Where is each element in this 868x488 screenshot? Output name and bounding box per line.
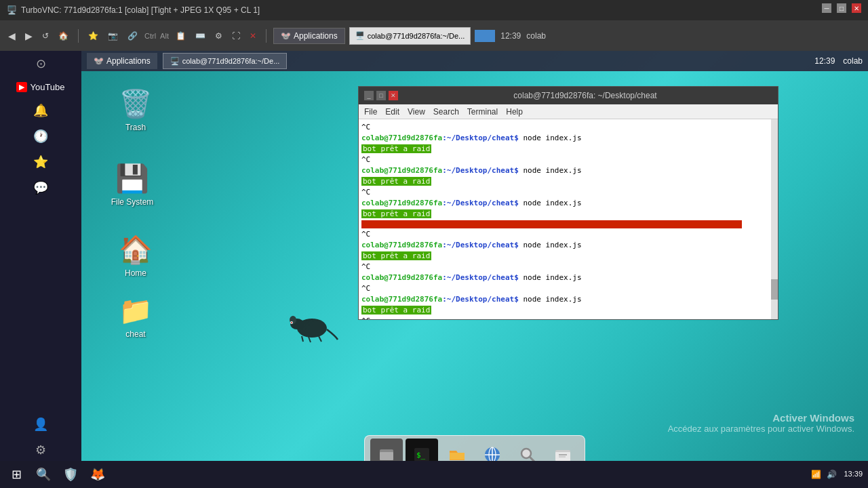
filesystem-icon[interactable]: 💾 File System xyxy=(105,163,159,207)
terminal-taskbar-icon: 🖥️ xyxy=(170,57,180,66)
menu-file[interactable]: File xyxy=(364,107,377,117)
app-menu-mouse-icon: 🐭 xyxy=(94,56,104,66)
sidebar-history-icon[interactable]: 🕐 xyxy=(33,129,48,144)
settings-toolbar-button[interactable]: ⚙ xyxy=(212,30,225,42)
close-button[interactable]: ✕ xyxy=(852,3,861,13)
terminal-address-tab[interactable]: 🖥️ colab@771d9d2876fa:~/De... xyxy=(349,27,471,45)
rat-mascot xyxy=(285,302,339,352)
windows-start-button[interactable]: ⊞ xyxy=(5,464,27,485)
sidebar-chat-icon[interactable]: 💬 xyxy=(33,180,48,195)
term-line-5: colab@771d9d2876fa:~/Desktop/cheat$ node… xyxy=(361,165,775,176)
terminal-titlebar: _ □ ✕ colab@771d9d2876fa: ~/Desktop/chea… xyxy=(359,87,778,104)
desktop-time: 12:39 xyxy=(814,56,835,66)
keyboard-button[interactable]: ⌨️ xyxy=(193,30,208,42)
cheat-image: 📁 xyxy=(119,295,153,327)
alt-label: Alt xyxy=(160,32,169,40)
term-line-1: ^C xyxy=(361,122,775,133)
terminal-tab-label: colab@771d9d2876fa:~/De... xyxy=(368,32,465,40)
activate-subtitle: Accédez aux paramètres pour activer Wind… xyxy=(668,424,854,434)
menu-terminal[interactable]: Terminal xyxy=(467,107,498,117)
back-button[interactable]: ◀ xyxy=(5,29,18,43)
menu-help[interactable]: Help xyxy=(506,107,523,117)
sidebar-profile-icon[interactable]: 👤 xyxy=(33,417,48,432)
terminal-taskbar-label: colab@771d9d2876fa:~/De... xyxy=(182,57,280,65)
svg-point-4 xyxy=(291,322,292,323)
sidebar-bookmark-icon[interactable]: ⭐ xyxy=(33,155,48,169)
applications-label: Applications xyxy=(294,31,338,41)
window-controls: ─ □ ✕ xyxy=(822,3,861,13)
bookmark-button[interactable]: ⭐ xyxy=(85,30,101,42)
trash-image: 🗑️ xyxy=(119,88,153,120)
term-line-4: ^C xyxy=(361,155,775,165)
clipboard-button[interactable]: 📋 xyxy=(173,30,189,42)
home-nav-button[interactable]: 🏠 xyxy=(56,30,71,42)
user-display: colab xyxy=(526,31,546,41)
term-line-3: bot prêt a raid xyxy=(361,144,775,155)
blue-indicator xyxy=(475,30,495,42)
sidebar-settings-icon[interactable]: ⚙ xyxy=(35,443,46,458)
volume-icon: 🔊 xyxy=(827,470,837,479)
home-folder-icon[interactable]: 🏠 Home xyxy=(108,234,163,278)
activate-windows: Activer Windows Accédez aux paramètres p… xyxy=(668,412,854,434)
disconnect-button[interactable]: ✕ xyxy=(247,30,259,42)
browser-title: TurboVNC: 771d9d2876fa:1 [colab] [Tight … xyxy=(21,5,260,15)
term-line-18: ^C xyxy=(361,316,775,319)
svg-rect-9 xyxy=(380,452,393,460)
taskbar-search-icon[interactable]: 🔍 xyxy=(33,464,54,485)
screenshot-button[interactable]: 📷 xyxy=(105,30,121,42)
terminal-menubar: File Edit View Search Terminal Help xyxy=(359,104,778,119)
menu-view[interactable]: View xyxy=(408,107,425,117)
cheat-folder-icon[interactable]: 📁 cheat xyxy=(108,295,163,339)
term-close-button[interactable]: ✕ xyxy=(389,91,398,100)
terminal-body[interactable]: ^C colab@771d9d2876fa:~/Desktop/cheat$ n… xyxy=(359,119,778,319)
term-line-13: ^C xyxy=(361,262,775,272)
fullscreen-button[interactable]: ⛶ xyxy=(229,30,243,42)
time-display: 12:39 xyxy=(500,31,521,41)
forward-button[interactable]: ▶ xyxy=(22,29,35,43)
term-line-10: ^C xyxy=(361,229,775,240)
term-maximize-button[interactable]: □ xyxy=(376,91,386,100)
term-iconify-button[interactable]: _ xyxy=(364,91,374,100)
sidebar-home-icon[interactable]: ⊙ xyxy=(36,56,46,71)
menu-search[interactable]: Search xyxy=(433,107,459,117)
ctrl-label: Ctrl xyxy=(144,32,156,40)
taskbar-right: 📶 🔊 13:39 xyxy=(811,469,863,479)
vnc-connect-button[interactable]: 🔗 xyxy=(125,30,140,42)
network-icon: 📶 xyxy=(811,470,821,479)
menu-edit[interactable]: Edit xyxy=(385,107,399,117)
cheat-label: cheat xyxy=(125,329,145,339)
browser-sidebar: ⊙ ▶ YouTube 🔔 🕐 ⭐ 💬 👤 ⚙ ··· xyxy=(0,51,81,488)
system-tray: 📶 🔊 xyxy=(811,470,837,479)
windows-time: 13:39 xyxy=(844,469,863,479)
term-line-8: colab@771d9d2876fa:~/Desktop/cheat$ node… xyxy=(361,198,775,209)
browser-favicon: 🖥️ xyxy=(7,5,17,15)
applications-menu-button[interactable]: 🐭 Applications xyxy=(273,28,345,44)
minimize-button[interactable]: ─ xyxy=(822,3,831,13)
term-line-16: colab@771d9d2876fa:~/Desktop/cheat$ node… xyxy=(361,294,775,305)
refresh-button[interactable]: ↺ xyxy=(39,30,52,42)
maximize-button[interactable]: □ xyxy=(837,3,846,13)
term-line-15: ^C xyxy=(361,283,775,294)
svg-line-7 xyxy=(302,336,303,342)
terminal-taskbar-tab[interactable]: 🖥️ colab@771d9d2876fa:~/De... xyxy=(163,53,288,69)
term-line-2: colab@771d9d2876fa:~/Desktop/cheat$ node… xyxy=(361,133,775,144)
svg-line-6 xyxy=(309,337,311,342)
taskbar-shield-icon[interactable]: 🛡️ xyxy=(60,464,81,485)
browser-chrome: 🖥️ TurboVNC: 771d9d2876fa:1 [colab] [Tig… xyxy=(0,0,868,51)
sidebar-youtube[interactable]: ▶ YouTube xyxy=(16,82,64,92)
browser-toolbar: ◀ ▶ ↺ 🏠 ⭐ 📷 🔗 Ctrl Alt 📋 ⌨️ ⚙ ⛶ ✕ 🐭 Appl… xyxy=(0,20,868,51)
taskbar-firefox-icon[interactable]: 🦊 xyxy=(87,464,108,485)
activate-title: Activer Windows xyxy=(668,412,854,424)
desktop: 🐭 Applications 🖥️ colab@771d9d2876fa:~/D… xyxy=(81,51,868,488)
red-bar-1 xyxy=(361,220,742,228)
scrollbar-thumb[interactable] xyxy=(771,279,778,300)
trash-icon[interactable]: 🗑️ Trash xyxy=(108,88,163,132)
terminal-scrollbar[interactable] xyxy=(771,119,778,319)
terminal-title-controls: _ □ ✕ xyxy=(364,91,398,100)
term-line-17: bot prêt a raid xyxy=(361,305,775,316)
terminal-tab-icon: 🖥️ xyxy=(355,31,365,40)
sidebar-bell-icon[interactable]: 🔔 xyxy=(33,103,48,118)
term-line-7: ^C xyxy=(361,187,775,198)
term-line-12: bot prêt a raid xyxy=(361,251,775,262)
applications-taskbar-button[interactable]: 🐭 Applications xyxy=(87,53,157,69)
